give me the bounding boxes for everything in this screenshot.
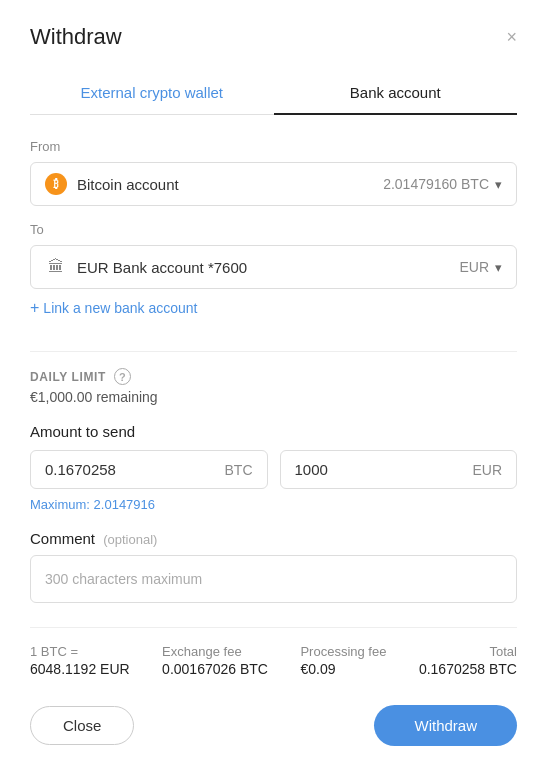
btc-amount-input-box[interactable]: BTC (30, 450, 268, 489)
to-label: To (30, 222, 517, 237)
to-currency: EUR (459, 259, 489, 275)
tab-external-crypto[interactable]: External crypto wallet (30, 74, 274, 115)
help-icon[interactable]: ? (114, 368, 131, 385)
withdraw-button[interactable]: Withdraw (374, 705, 517, 746)
exchange-rate-value: 6048.1192 EUR (30, 661, 130, 677)
to-account-select[interactable]: 🏛 EUR Bank account *7600 EUR ▾ (30, 245, 517, 289)
btc-icon: ₿ (45, 173, 67, 195)
summary-divider (30, 627, 517, 628)
total-item: Total 0.1670258 BTC (419, 644, 517, 677)
fee-label: Exchange fee (162, 644, 268, 659)
daily-limit-label: DAILY LIMIT (30, 370, 106, 384)
total-label: Total (419, 644, 517, 659)
daily-limit-row: DAILY LIMIT ? (30, 368, 517, 385)
to-bank-name: EUR Bank account *7600 (77, 259, 247, 276)
comment-label: Comment (optional) (30, 530, 517, 547)
max-text: Maximum: 2.0147916 (30, 497, 517, 512)
comment-input[interactable] (30, 555, 517, 603)
modal-title: Withdraw (30, 24, 122, 50)
processing-item: Processing fee €0.09 (300, 644, 386, 677)
from-account-name: Bitcoin account (77, 176, 179, 193)
remaining-text: €1,000.00 remaining (30, 389, 517, 405)
tab-bar: External crypto wallet Bank account (30, 74, 517, 115)
close-icon[interactable]: × (506, 28, 517, 46)
to-section: To 🏛 EUR Bank account *7600 EUR ▾ + Link… (30, 222, 517, 335)
modal-header: Withdraw × (30, 24, 517, 50)
from-account-balance: 2.01479160 BTC (383, 176, 489, 192)
exchange-rate-label: 1 BTC = (30, 644, 130, 659)
processing-value: €0.09 (300, 661, 386, 677)
fee-value: 0.00167026 BTC (162, 661, 268, 677)
from-label: From (30, 139, 517, 154)
btc-amount-input[interactable] (45, 461, 217, 478)
optional-label: (optional) (103, 532, 157, 547)
fee-item: Exchange fee 0.00167026 BTC (162, 644, 268, 677)
chevron-down-icon: ▾ (495, 260, 502, 275)
close-button[interactable]: Close (30, 706, 134, 745)
divider (30, 351, 517, 352)
eur-currency-label: EUR (472, 462, 502, 478)
from-account-select[interactable]: ₿ Bitcoin account 2.01479160 BTC ▾ (30, 162, 517, 206)
eur-amount-input[interactable] (295, 461, 465, 478)
total-value: 0.1670258 BTC (419, 661, 517, 677)
withdraw-modal: Withdraw × External crypto wallet Bank a… (0, 0, 547, 763)
summary-row: 1 BTC = 6048.1192 EUR Exchange fee 0.001… (30, 644, 517, 677)
bank-icon: 🏛 (45, 256, 67, 278)
amount-row: BTC EUR (30, 450, 517, 489)
max-value[interactable]: 2.0147916 (94, 497, 155, 512)
eur-amount-input-box[interactable]: EUR (280, 450, 518, 489)
plus-icon: + (30, 299, 39, 317)
from-section: From ₿ Bitcoin account 2.01479160 BTC ▾ (30, 139, 517, 206)
link-new-bank-button[interactable]: + Link a new bank account (30, 299, 197, 317)
chevron-down-icon: ▾ (495, 177, 502, 192)
btc-currency-label: BTC (225, 462, 253, 478)
footer: Close Withdraw (30, 705, 517, 746)
amount-label: Amount to send (30, 423, 517, 440)
processing-label: Processing fee (300, 644, 386, 659)
tab-bank-account[interactable]: Bank account (274, 74, 518, 115)
exchange-rate-item: 1 BTC = 6048.1192 EUR (30, 644, 130, 677)
